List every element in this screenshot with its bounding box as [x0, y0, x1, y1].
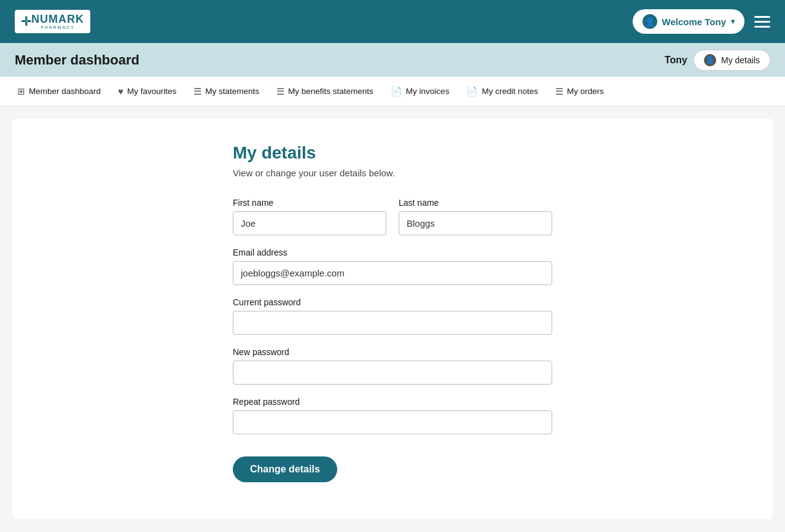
page-subtitle: View or change your user details below.: [233, 168, 552, 178]
form-container: My details View or change your user deta…: [233, 143, 552, 482]
invoices-icon: 📄: [391, 86, 402, 97]
user-icon: 👤: [642, 14, 657, 29]
logo-name: NUMARK: [31, 13, 84, 25]
sub-header-right: Tony 👤 My details: [665, 50, 770, 71]
name-row: First name Last name: [233, 198, 552, 235]
email-group: Email address: [233, 248, 552, 285]
nav-item-orders[interactable]: ☰ My orders: [548, 82, 611, 101]
last-name-group: Last name: [399, 198, 552, 235]
email-label: Email address: [233, 248, 552, 257]
nav-label-dashboard: Member dashboard: [29, 87, 101, 96]
nav-label-favourites: My favourites: [127, 87, 176, 96]
new-password-input[interactable]: [233, 361, 552, 385]
nav-item-benefits-statements[interactable]: ☰ My benefits statements: [269, 82, 381, 101]
email-input[interactable]: [233, 261, 552, 285]
change-details-button[interactable]: Change details: [233, 456, 337, 482]
heart-icon: ♥: [118, 86, 123, 96]
dashboard-icon: ⊞: [17, 86, 25, 97]
nav-label-invoices: My invoices: [406, 87, 450, 96]
dashboard-title: Member dashboard: [15, 52, 139, 68]
main-header: ✛ NUMARK PHARMACY 👤 Welcome Tony ▾: [0, 0, 785, 43]
first-name-label: First name: [233, 198, 386, 208]
last-name-input[interactable]: [399, 211, 552, 235]
repeat-password-input[interactable]: [233, 410, 552, 434]
current-password-input[interactable]: [233, 311, 552, 335]
hamburger-button[interactable]: [754, 16, 770, 28]
current-password-label: Current password: [233, 297, 552, 307]
nav-item-favourites[interactable]: ♥ My favourites: [111, 82, 184, 100]
statements-icon: ☰: [193, 86, 201, 97]
hamburger-line: [754, 21, 770, 23]
new-password-label: New password: [233, 347, 552, 357]
chevron-down-icon: ▾: [731, 17, 735, 26]
last-name-label: Last name: [399, 198, 552, 208]
welcome-label: Welcome Tony: [662, 17, 726, 27]
user-icon-sm: 👤: [704, 54, 716, 66]
welcome-button[interactable]: 👤 Welcome Tony ▾: [633, 9, 744, 34]
credit-notes-icon: 📄: [466, 86, 478, 97]
logo-cross: ✛: [21, 14, 31, 29]
navigation-bar: ⊞ Member dashboard ♥ My favourites ☰ My …: [0, 77, 785, 106]
current-password-group: Current password: [233, 297, 552, 335]
nav-label-credit-notes: My credit notes: [482, 87, 538, 96]
new-password-group: New password: [233, 347, 552, 385]
nav-label-benefits: My benefits statements: [288, 87, 373, 96]
nav-item-statements[interactable]: ☰ My statements: [186, 82, 267, 101]
first-name-input[interactable]: [233, 211, 386, 235]
nav-item-member-dashboard[interactable]: ⊞ Member dashboard: [10, 82, 108, 101]
first-name-group: First name: [233, 198, 386, 235]
orders-icon: ☰: [555, 86, 563, 97]
hamburger-line: [754, 26, 770, 28]
my-details-label: My details: [721, 55, 760, 65]
header-right: 👤 Welcome Tony ▾: [633, 9, 770, 34]
benefits-icon: ☰: [276, 86, 284, 97]
nav-label-orders: My orders: [567, 87, 604, 96]
nav-label-statements: My statements: [205, 87, 259, 96]
hamburger-line: [754, 16, 770, 18]
page-title: My details: [233, 143, 552, 163]
logo: ✛ NUMARK PHARMACY: [15, 10, 90, 33]
main-content: My details View or change your user deta…: [12, 119, 773, 519]
logo-sub: PHARMACY: [31, 25, 84, 29]
nav-item-credit-notes[interactable]: 📄 My credit notes: [459, 82, 545, 101]
logo-box: ✛ NUMARK PHARMACY: [15, 10, 90, 33]
repeat-password-label: Repeat password: [233, 397, 552, 407]
sub-header: Member dashboard Tony 👤 My details: [0, 43, 785, 77]
sub-header-username: Tony: [665, 55, 687, 66]
my-details-button[interactable]: 👤 My details: [693, 50, 770, 71]
repeat-password-group: Repeat password: [233, 397, 552, 434]
nav-item-invoices[interactable]: 📄 My invoices: [383, 82, 457, 101]
